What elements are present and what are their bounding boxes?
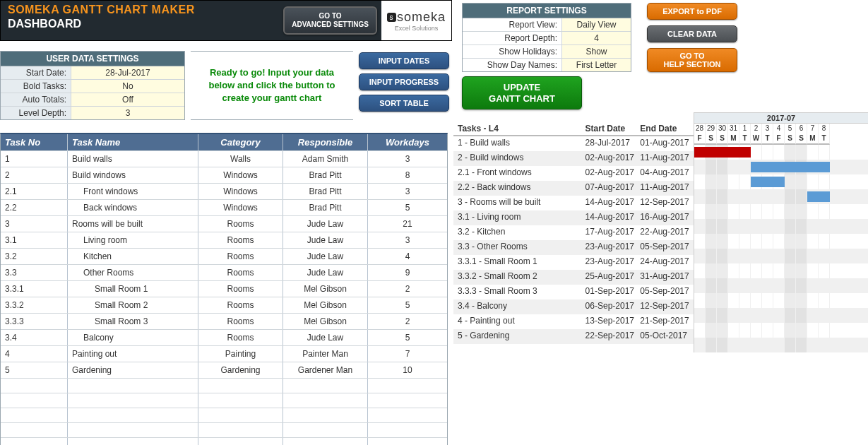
task-table-header: Task No Task Name Category Responsible W… (1, 134, 447, 150)
task-row-empty[interactable] (1, 437, 447, 445)
user-data-settings-header: USER DATA SETTINGS (1, 52, 184, 66)
gantt-end-date: 05-Sep-2017 (638, 286, 694, 298)
task-row[interactable]: 2.2 Back windows Windows Brad Pitt 5 (1, 199, 447, 215)
gantt-task-name: 3.2 - Kitchen (453, 227, 584, 239)
task-row[interactable]: 3.3.2 Small Room 2 Rooms Mel Gibson 5 (1, 297, 447, 313)
task-no: 2 (1, 167, 68, 183)
gantt-day-letter: T (739, 134, 751, 145)
setting-value[interactable]: 4 (561, 32, 631, 44)
setting-value[interactable]: 3 (71, 107, 184, 119)
gantt-list-row: 3 - Rooms will be built14-Aug-201712-Sep… (453, 196, 694, 210)
advanced-settings-button[interactable]: GO TO ADVANCED SETTINGS (283, 6, 377, 35)
gantt-month-label: 2017-07 (694, 112, 868, 124)
gantt-task-list: Tasks - L4 Start Date End Date 1 - Build… (453, 112, 694, 352)
setting-value[interactable]: Daily View (561, 18, 631, 31)
gantt-bar (694, 147, 751, 158)
gantt-start-date: 22-Sep-2017 (584, 331, 639, 343)
gantt-list-row: 1 - Build walls28-Jul-201701-Aug-2017 (453, 136, 694, 151)
task-name: Kitchen (68, 249, 198, 264)
gantt-task-name: 2.2 - Back windows (453, 182, 584, 194)
gantt-start-date: 14-Aug-2017 (584, 197, 639, 209)
task-row[interactable]: 3.4 Balcony Rooms Jude Law 5 (1, 329, 447, 345)
gantt-day-number: 8 (819, 124, 830, 134)
gantt-end-date: 04-Aug-2017 (638, 167, 694, 179)
export-pdf-button[interactable]: EXPORT to PDF (647, 3, 737, 20)
update-gantt-button[interactable]: UPDATE GANTT CHART (462, 76, 582, 109)
gantt-day-letter: F (694, 134, 706, 145)
gantt-end-date: 11-Aug-2017 (638, 153, 694, 165)
setting-value[interactable]: No (71, 80, 184, 93)
input-dates-button[interactable]: INPUT DATES (359, 52, 449, 69)
gantt-day-letter: M (807, 134, 819, 145)
task-name: Build windows (68, 167, 198, 183)
task-row[interactable]: 2 Build windows Windows Brad Pitt 8 (1, 167, 447, 183)
user-data-setting-row: Auto Totals:Off (1, 93, 184, 107)
task-row-empty[interactable] (1, 378, 447, 393)
gantt-bar (751, 162, 830, 172)
task-row[interactable]: 2.1 Front windows Windows Brad Pitt 3 (1, 183, 447, 199)
task-workdays: 21 (368, 216, 447, 232)
gantt-end-date: 22-Aug-2017 (638, 227, 694, 239)
gantt-list-row: 4 - Painting out13-Sep-201721-Sep-2017 (453, 314, 694, 329)
task-row-empty[interactable] (1, 393, 447, 408)
sort-table-button[interactable]: SORT TABLE (359, 95, 449, 112)
task-row[interactable]: 3.3 Other Rooms Rooms Jude Law 9 (1, 264, 447, 280)
gantt-start-date: 17-Aug-2017 (584, 227, 639, 239)
task-responsible: Jude Law (283, 249, 368, 264)
task-category: Walls (198, 151, 283, 167)
task-name: Gardening (68, 362, 198, 378)
gantt-chart-row (694, 174, 868, 189)
task-category: Rooms (198, 314, 283, 329)
input-progress-button[interactable]: INPUT PROGRESS (359, 73, 449, 90)
gantt-task-name: 4 - Painting out (453, 316, 584, 328)
gantt-day-letter: S (796, 134, 807, 145)
task-responsible: Gardener Man (283, 362, 368, 378)
task-row[interactable]: 3.2 Kitchen Rooms Jude Law 4 (1, 248, 447, 264)
gantt-start-date: 01-Sep-2017 (584, 286, 639, 298)
gantt-day-letter: F (773, 134, 785, 145)
task-no: 3 (1, 216, 68, 232)
task-no: 2.1 (1, 184, 68, 199)
help-section-button[interactable]: GO TO HELP SECTION (647, 48, 737, 72)
gantt-start-date: 02-Aug-2017 (584, 167, 639, 179)
task-row-empty[interactable] (1, 408, 447, 422)
task-table: Task No Task Name Category Responsible W… (0, 133, 448, 445)
task-row[interactable]: 3.3.3 Small Room 3 Rooms Mel Gibson 2 (1, 313, 447, 329)
task-row[interactable]: 5 Gardening Gardening Gardener Man 10 (1, 362, 447, 378)
task-row[interactable]: 1 Build walls Walls Adam Smith 3 (1, 150, 447, 167)
gantt-chart-row (694, 219, 868, 234)
task-responsible: Mel Gibson (283, 297, 368, 313)
gantt-start-date: 23-Aug-2017 (584, 242, 639, 254)
task-name: Back windows (68, 200, 198, 215)
task-responsible: Brad Pitt (283, 167, 368, 183)
gantt-end-date: 01-Aug-2017 (638, 138, 694, 150)
task-row[interactable]: 4 Painting out Painting Painter Man 7 (1, 345, 447, 362)
task-responsible: Mel Gibson (283, 314, 368, 329)
task-category: Painting (198, 346, 283, 362)
gantt-bar (751, 177, 785, 187)
report-setting-row: Report View:Daily View (463, 18, 631, 32)
clear-data-button[interactable]: CLEAR DATA (647, 25, 737, 42)
gantt-day-letter: T (819, 134, 830, 145)
task-category: Windows (198, 200, 283, 215)
gantt-list-row: 3.1 - Living room14-Aug-201716-Aug-2017 (453, 210, 694, 225)
task-workdays: 10 (368, 362, 447, 378)
gantt-task-name: 3.1 - Living room (453, 212, 584, 224)
gantt-list-row: 3.3.1 - Small Room 123-Aug-201724-Aug-20… (453, 255, 694, 270)
task-row[interactable]: 3.1 Living room Rooms Jude Law 3 (1, 232, 447, 248)
task-responsible: Brad Pitt (283, 184, 368, 199)
gantt-list-row: 2.1 - Front windows02-Aug-201704-Aug-201… (453, 166, 694, 181)
task-row[interactable]: 3 Rooms will be built Rooms Jude Law 21 (1, 215, 447, 232)
setting-label: Show Day Names: (463, 59, 561, 71)
task-name: Build walls (68, 151, 198, 167)
setting-value[interactable]: 28-Jul-2017 (71, 66, 184, 79)
gantt-day-number: 3 (762, 124, 773, 134)
gantt-list-row: 3.2 - Kitchen17-Aug-201722-Aug-2017 (453, 225, 694, 240)
setting-value[interactable]: First Letter (561, 59, 631, 71)
setting-value[interactable]: Off (71, 93, 184, 106)
gantt-chart-row (694, 293, 868, 308)
task-row-empty[interactable] (1, 422, 447, 437)
task-row[interactable]: 3.3.1 Small Room 1 Rooms Mel Gibson 2 (1, 280, 447, 297)
setting-value[interactable]: Show (561, 45, 631, 58)
gantt-list-row: 3.4 - Balcony06-Sep-201712-Sep-2017 (453, 299, 694, 314)
